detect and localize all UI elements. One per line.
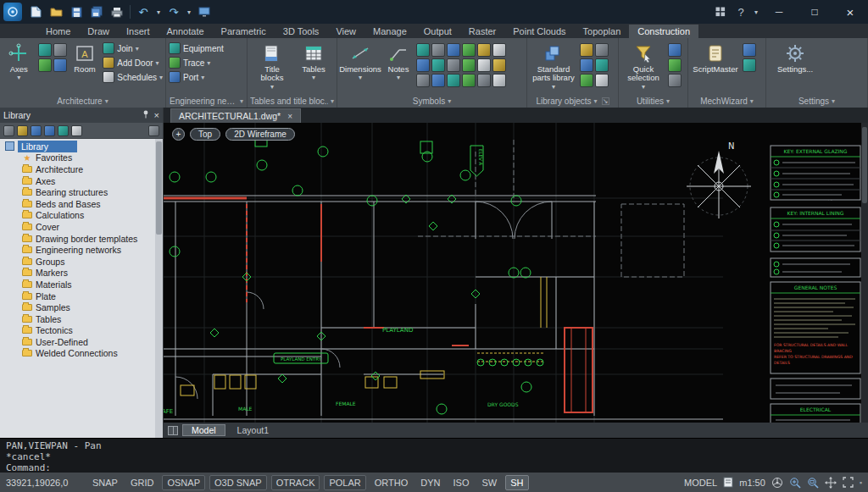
elevation-symbol-icon[interactable]	[462, 74, 476, 87]
tree-view-icon[interactable]	[58, 125, 69, 136]
library-tree-item-engineering-networks[interactable]: Engineering networks	[0, 244, 163, 256]
profile-tool-icon[interactable]	[580, 58, 593, 72]
library-tree-root[interactable]: Library	[0, 141, 163, 152]
iso-toggle[interactable]: ISO	[449, 476, 474, 489]
nut-tool-icon[interactable]	[595, 43, 609, 57]
document-tab-close-icon[interactable]: ×	[287, 112, 292, 121]
ribbon-tab-3d-tools[interactable]: 3D Tools	[275, 25, 328, 38]
palette-scrollbar[interactable]	[155, 139, 163, 438]
zoom-in-icon[interactable]	[789, 477, 801, 489]
drawing-viewport[interactable]: PLAYLAND PLAYLAND ENTRY MALE FEMALE DRY …	[164, 123, 868, 423]
library-tree-item-welded-connections[interactable]: Welded Connections	[0, 348, 163, 360]
ribbon-tab-output[interactable]: Output	[415, 25, 460, 38]
ribbon-tab-parametric[interactable]: Parametric	[213, 25, 275, 38]
vertical-scrollbar-thumb[interactable]	[862, 127, 867, 203]
interface-settings-icon[interactable]	[710, 2, 731, 22]
ribbon-tab-insert[interactable]: Insert	[118, 25, 159, 38]
settings-button[interactable]: Settings...	[773, 41, 817, 75]
tables-button[interactable]: Tables ▾	[295, 41, 332, 83]
erase-icon[interactable]	[3, 125, 14, 136]
palette-close-icon[interactable]: ×	[154, 110, 159, 120]
ribbon-tab-home[interactable]: Home	[37, 25, 79, 38]
library-tree-item-favorites[interactable]: ★Favorites	[0, 152, 163, 164]
fixing-symbol-icon[interactable]	[431, 74, 445, 87]
library-tree-item-architecture[interactable]: Architecture	[0, 163, 163, 175]
close-button[interactable]: ×	[832, 0, 868, 24]
axes-button[interactable]: Axes ▾	[3, 41, 36, 83]
library-tree-item-beds-and-bases[interactable]: Beds and Bases	[0, 198, 163, 210]
redo-icon[interactable]: ↷	[164, 2, 184, 22]
library-tree-item-groups[interactable]: Groups	[0, 256, 163, 268]
dimensions-button[interactable]: Dimensions ▾	[340, 41, 381, 83]
fastener-tool-icon[interactable]	[595, 58, 609, 72]
open-file-icon[interactable]	[46, 2, 66, 22]
ribbon-tab-view[interactable]: View	[327, 25, 364, 38]
ribbon-tab-annotate[interactable]: Annotate	[159, 25, 213, 38]
title-blocks-button[interactable]: Title blocks ▾	[252, 41, 292, 92]
grid-toggle[interactable]: GRID	[126, 476, 159, 489]
palette-pin-icon[interactable]	[148, 125, 159, 136]
vertical-scrollbar[interactable]	[861, 123, 868, 423]
ribbon-tab-construction[interactable]: Construction	[629, 25, 698, 38]
maximize-button[interactable]: □	[797, 0, 832, 24]
undo-icon[interactable]: ↶	[133, 2, 153, 22]
app-logo-icon[interactable]	[3, 3, 22, 21]
snap-toggle[interactable]: SNAP	[88, 476, 122, 489]
scriptmaster-button[interactable]: ScriptMaster	[691, 41, 740, 75]
marking-symbol-icon[interactable]	[416, 74, 430, 87]
tolerance-symbol-icon[interactable]	[447, 58, 460, 72]
center-mark-icon[interactable]	[492, 74, 506, 87]
ribbon-tab-manage[interactable]: Manage	[364, 25, 415, 38]
equipment-button[interactable]: Equipment	[169, 42, 224, 54]
library-tree-item-cover[interactable]: Cover	[0, 221, 163, 233]
library-tree-item-bearing-structures[interactable]: Bearing structures	[0, 186, 163, 198]
library-tree-item-samples[interactable]: Samples	[0, 301, 163, 313]
3d-osnap-toggle[interactable]: O3D SNAP	[209, 475, 267, 490]
library-tree-item-plate[interactable]: Plate	[0, 290, 163, 302]
redo-dropdown-icon[interactable]: ▾	[184, 2, 194, 22]
layout-list-icon[interactable]	[168, 426, 178, 435]
schedules-button[interactable]: Schedules ▾	[103, 71, 163, 83]
pan-icon[interactable]	[825, 477, 837, 489]
notes-button[interactable]: Notes ▾	[383, 41, 414, 83]
roughness-symbol-icon[interactable]	[431, 58, 445, 72]
library-tree-item-materials[interactable]: Materials	[0, 279, 163, 290]
osnap-toggle[interactable]: OSNAP	[162, 475, 205, 490]
group-label-settings[interactable]: Settings▾	[766, 95, 867, 108]
save-icon[interactable]	[66, 2, 86, 22]
steering-wheel-icon[interactable]	[771, 477, 783, 489]
export-icon[interactable]	[44, 125, 55, 136]
group-label-engineering-networks[interactable]: Engineering networks▾	[166, 95, 247, 108]
group-label-utilities[interactable]: Utilities▾	[619, 95, 687, 108]
standard-parts-library-button[interactable]: Standard parts library ▾	[530, 41, 577, 92]
axis-symbol-icon[interactable]	[462, 58, 476, 72]
ribbon-tab-raster[interactable]: Raster	[460, 25, 504, 38]
bolt-tool-icon[interactable]	[580, 43, 593, 57]
ribbon-tab-point-clouds[interactable]: Point Clouds	[504, 25, 574, 38]
weld-symbol-icon[interactable]	[416, 58, 430, 72]
library-tree-item-markers[interactable]: Markers	[0, 268, 163, 279]
fullscreen-icon[interactable]	[843, 477, 854, 488]
break-symbol-icon[interactable]	[477, 58, 491, 72]
level-mark-icon[interactable]	[431, 43, 445, 57]
audit-tool-icon[interactable]	[668, 58, 682, 72]
join-button[interactable]: Join ▾	[103, 42, 163, 54]
new-file-icon[interactable]	[25, 2, 46, 22]
slope-mark-icon[interactable]	[462, 43, 476, 57]
group-label-mechwizard[interactable]: MechWizard▾	[688, 95, 765, 108]
model-tab[interactable]: Model	[182, 424, 225, 436]
viewport-menu-plus-button[interactable]: +	[172, 128, 185, 141]
save-all-icon[interactable]	[86, 2, 107, 22]
cloud-symbol-icon[interactable]	[477, 74, 491, 87]
wizard-tool-icon[interactable]	[743, 43, 756, 57]
wall-tool-icon[interactable]	[38, 43, 52, 57]
ortho-toggle[interactable]: ORTHO	[370, 476, 413, 489]
group-label-symbols[interactable]: Symbols▾	[337, 95, 526, 108]
viewport-view-control[interactable]: Top	[190, 128, 220, 141]
column-tool-icon[interactable]	[53, 43, 67, 57]
pin-icon[interactable]	[142, 110, 150, 120]
command-line[interactable]: PAN,VIEWPAN - Pan *cancel* Command:	[0, 438, 868, 473]
port-button[interactable]: Port ▾	[169, 71, 224, 83]
group-label-tables[interactable]: Tables and title bloc...▾	[248, 95, 337, 108]
room-button[interactable]: A Room	[70, 41, 101, 75]
